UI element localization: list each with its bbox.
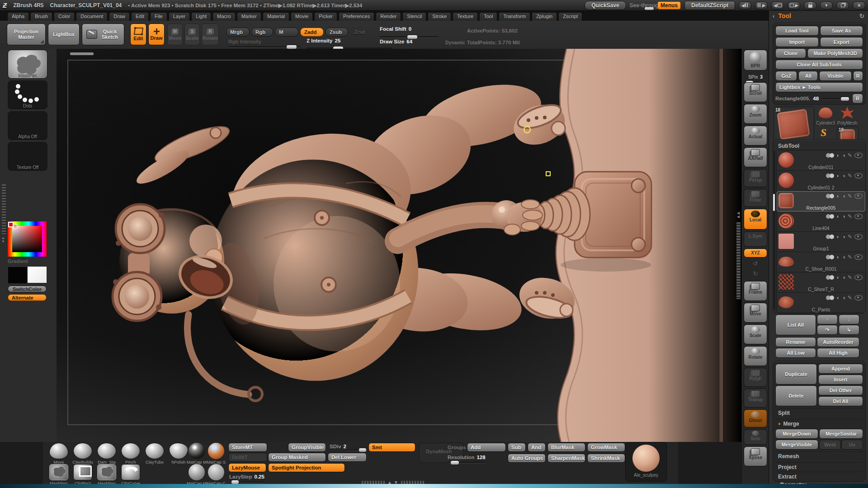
tool-slider[interactable] [821,98,849,99]
menu-tool[interactable]: Tool [479,12,497,21]
color-picker[interactable] [8,221,47,257]
refresh-icon[interactable]: ↻ [859,13,864,19]
spin-y-icon[interactable]: ↺ [744,259,767,268]
groups-add-button[interactable]: Add [467,443,506,452]
goz-visible-button[interactable]: Visible [819,71,852,81]
half-toggle-icon[interactable]: ◑ [842,254,845,260]
xyz-button[interactable]: XYZ [744,249,767,258]
weld-button[interactable]: Weld [819,440,841,450]
menu-macro[interactable]: Macro [212,12,236,21]
moon-toggle-icon[interactable]: ◐ [836,152,840,159]
zsub-button[interactable]: Zsub [326,28,348,37]
blur-mask-button[interactable]: BlurMask [547,443,585,452]
visibility-eye-icon[interactable] [854,193,863,199]
goz-all-button[interactable]: All [798,71,818,81]
insert-button[interactable]: Insert [818,375,863,385]
spin-z-icon[interactable]: ↻ [744,269,767,278]
toggle-b-icon[interactable] [830,275,834,280]
menu-movie[interactable]: Movie [291,12,313,21]
m-button[interactable]: M [275,28,298,37]
group-visible-button[interactable]: GroupVisible [288,443,326,452]
menu-stroke[interactable]: Stroke [428,12,451,21]
subtool-redo-button[interactable]: ↷ [817,325,838,335]
paintbrush-icon[interactable]: ✎ [848,152,852,159]
lazystep-slider[interactable] [230,481,263,483]
extract-section[interactable]: Extract [775,472,863,481]
menu-render[interactable]: Render [376,12,401,21]
smt-button[interactable]: Smt [368,443,415,452]
del-mt-button[interactable]: DelMT [228,453,267,462]
brush-slot-maskpen2[interactable]: MaskPen [95,464,118,486]
toggle-b-icon[interactable] [830,214,834,219]
moon-toggle-icon[interactable]: ◐ [836,193,840,199]
brush-slot-move[interactable]: Move [47,443,70,465]
half-toggle-icon[interactable]: ◑ [842,193,845,199]
alternate-button[interactable]: Alternate [8,294,47,301]
subtool-row[interactable]: ◐◑✎ Cylinder011 [777,150,865,171]
spix-slider[interactable]: SPix 3 [743,72,768,83]
moon-toggle-icon[interactable]: ◐ [836,234,840,240]
edit-mode-button[interactable]: Edit [130,23,146,45]
grow-mask-button[interactable]: GrowMask [587,443,625,452]
del-lower-button[interactable]: Del Lower [328,453,367,462]
visibility-eye-icon[interactable] [854,173,863,178]
menu-file[interactable]: File [150,12,167,21]
see-through-slider[interactable] [645,7,654,10]
menu-marker[interactable]: Marker [237,12,261,21]
subtool-row[interactable]: ◐◑✎ C_Shoe_R001 [777,252,865,272]
persp-button[interactable]: Persp [744,169,767,187]
toggle-b-icon[interactable] [830,255,834,259]
brush-slot-pinch[interactable]: Pinch [119,443,142,465]
half-toggle-icon[interactable]: ◑ [842,213,845,220]
load-tool-button[interactable]: Load Tool [775,26,819,36]
half-toggle-icon[interactable]: ◑ [842,295,845,301]
moon-toggle-icon[interactable]: ◐ [836,213,840,220]
local-button[interactable]: Local [744,209,767,230]
menu-alpha[interactable]: Alpha [7,12,29,21]
aahalf-button[interactable]: AAHalf [744,147,767,167]
slider-knob[interactable] [450,460,459,465]
tool-r-button[interactable]: R [852,94,863,103]
brush-slot-clipcurve[interactable]: ClipCurve [119,464,142,486]
subtool-row[interactable]: ◐◑✎ Line404 [777,211,865,232]
all-high-button[interactable]: All High [817,348,859,358]
panel-collapse-arrows[interactable]: ◀◀ [737,211,740,219]
rgb-button[interactable]: Rgb [251,28,273,37]
shrink-mask-button[interactable]: ShrinkMask [587,454,625,463]
texture-slot[interactable]: Texture Off [8,142,47,171]
toggle-b-icon[interactable] [830,296,834,300]
actual-button[interactable]: Actual [744,126,767,145]
append-button[interactable]: Append [818,364,863,374]
mrgb-button[interactable]: Mrgb [226,28,250,37]
paintbrush-icon[interactable]: ✎ [848,274,852,281]
projection-master-button[interactable]: Projection Master [7,23,46,45]
menu-edit[interactable]: Edit [131,12,149,21]
saturation-square[interactable] [12,226,42,252]
store-mt-button[interactable]: StoreMT [228,443,267,452]
spotlight-projection-button[interactable]: Spotlight Projection [268,463,345,472]
menu-document[interactable]: Document [76,12,108,21]
menu-zscript[interactable]: Zscript [558,12,582,21]
tray-collapse-arrows[interactable]: ▲▼ [1,236,5,244]
brush-slot-claytubes[interactable]: ClayTube [143,443,166,465]
scale-view-button[interactable]: Scale [744,324,767,344]
collapse-left-icon[interactable]: ‹ [773,13,774,19]
menu-zplugin[interactable]: Zplugin [532,12,557,21]
paintbrush-icon[interactable]: ✎ [848,173,852,179]
list-all-button[interactable]: List All [775,314,816,335]
color-cursor[interactable] [13,224,17,228]
rename-button[interactable]: Rename [775,337,816,347]
remesh-section[interactable]: Remesh [775,451,863,461]
merge-visible-button[interactable]: MergeVisible [775,440,818,450]
make-polymesh3d-button[interactable]: Make PolyMesh3D [807,48,863,58]
subtool-row[interactable]: ◐◑✎ C_ShoeT_R [777,272,865,293]
move-view-button[interactable]: Move [744,303,767,323]
menu-preferences[interactable]: Preferences [339,12,374,21]
matcap-slot-4[interactable]: MatCap C [205,464,227,486]
subtool-row-selected[interactable]: ◐◑✎ Rectangle005 [777,191,865,211]
autoreorder-button[interactable]: AutoReorder [817,337,859,347]
tray-scroll-grip[interactable] [2,184,6,234]
half-toggle-icon[interactable]: ◑ [842,173,845,179]
menu-picker[interactable]: Picker [314,12,337,21]
main-color-swatch[interactable] [8,267,28,284]
